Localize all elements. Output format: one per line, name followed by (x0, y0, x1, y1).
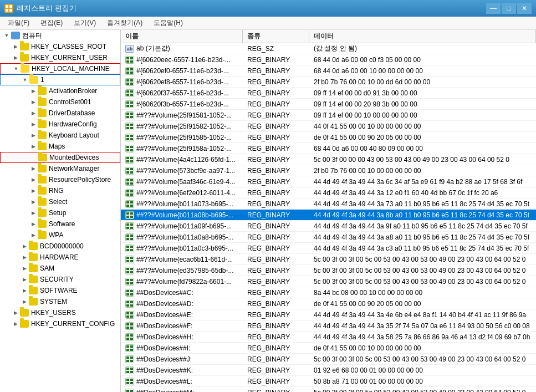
svg-rect-96 (126, 312, 129, 314)
table-row[interactable]: ##DosDevices##H:REG_BINARY44 4d 49 4f 3a… (121, 332, 536, 343)
tree-node-current-user[interactable]: ▶ HKEY_CURRENT_USER (0, 52, 120, 63)
table-row[interactable]: ##??#Volume{5aaf346c-61e9-4...REG_BINARY… (121, 176, 536, 187)
table-row[interactable]: ##DosDevices##I:REG_BINARYde 0f 41 55 00… (121, 343, 536, 354)
svg-rect-8 (126, 68, 129, 70)
table-row[interactable]: ##DosDevices##L:REG_BINARY50 8b a8 71 00… (121, 376, 536, 387)
tree-node-resourcepolicystore[interactable]: ▶ ResourcePolicyStore (0, 174, 120, 185)
table-row[interactable]: ##??#Volume{25f91582-1052-...REG_BINARY4… (121, 121, 536, 132)
tree-label-networkmanager: NetworkManager (49, 165, 99, 172)
table-row[interactable]: abab (기본값)REG_SZ(값 설정 안 됨) (121, 43, 536, 54)
table-row[interactable]: ##??#Volume{b011a09f-b695-...REG_BINARY4… (121, 221, 536, 232)
close-button[interactable]: ✕ (517, 3, 532, 14)
minimize-button[interactable]: — (486, 3, 501, 14)
table-row[interactable]: #{60620f3b-6557-11e6-b23d-...REG_BINARY0… (121, 99, 536, 110)
tree-node-rng[interactable]: ▶ RNG (0, 185, 120, 196)
svg-rect-62 (126, 216, 129, 218)
tree-node-keyboardlayout[interactable]: ▶ Keyboard Layout (0, 130, 120, 141)
svg-rect-103 (130, 327, 133, 329)
table-row[interactable]: ##??#Volume{6ef2e012-6011-4...REG_BINARY… (121, 187, 536, 198)
tree-label-software: Software (49, 220, 75, 228)
expand-icon-networkmanager: ▶ (29, 164, 38, 173)
col-header-name[interactable]: 이름 (121, 30, 243, 43)
col-header-data[interactable]: 데이터 (309, 30, 536, 43)
tree-node-classes-root[interactable]: ▶ HKEY_CLASSES_ROOT (0, 41, 120, 52)
tree-node-software2[interactable]: ▶ SOFTWARE (0, 285, 120, 296)
table-row[interactable]: ##??#Volume{4a4c1126-65fd-1...REG_BINARY… (121, 154, 536, 165)
tree-label-rng: RNG (49, 187, 64, 195)
table-row[interactable]: ##DosDevices##K:REG_BINARY01 92 e6 68 00… (121, 365, 536, 376)
tree-node-networkmanager[interactable]: ▶ NetworkManager (0, 163, 120, 174)
menu-view[interactable]: 보기(V) (68, 17, 101, 29)
tree-node-maps[interactable]: ▶ Maps (0, 141, 120, 152)
table-row[interactable]: ##??#Volume{b011a0c3-b695-...REG_BINARY4… (121, 243, 536, 254)
tree-node-activation-broker[interactable]: ▶ ActivationBroker (0, 85, 120, 96)
svg-rect-28 (126, 124, 129, 126)
tree-node-local-machine[interactable]: ▼ HKEY_LOCAL_MACHINE (0, 63, 120, 74)
tree-node-system[interactable]: ▶ SYSTEM (0, 296, 120, 307)
table-row[interactable]: ##DosDevices##C:REG_BINARY8a 44 bc 08 00… (121, 287, 536, 298)
expand-icon-computer: ▼ (2, 31, 11, 40)
table-row[interactable]: ##??#Volume{25f91585-1052-...REG_BINARYd… (121, 132, 536, 143)
table-row[interactable]: ##??#Volume{fd79822a-6601-...REG_BINARY5… (121, 276, 536, 287)
tree-node-1[interactable]: ▼ 1 (0, 74, 120, 85)
table-row[interactable]: #{60620ef8-6557-11e6-b23d-...REG_BINARY2… (121, 77, 536, 88)
svg-rect-67 (130, 227, 133, 229)
maximize-button[interactable]: □ (502, 3, 516, 14)
table-row[interactable]: ##??#Volume{ed357985-65db-...REG_BINARY5… (121, 265, 536, 276)
tree-node-wpa[interactable]: ▶ WPA (0, 230, 120, 241)
svg-rect-83 (130, 271, 133, 273)
table-row[interactable]: ##??#Volume{25f91581-1052-...REG_BINARY0… (121, 110, 536, 121)
menu-help[interactable]: 도움말(H) (148, 17, 188, 29)
table-row[interactable]: ##DosDevices##F:REG_BINARY44 4d 49 4f 3a… (121, 320, 536, 332)
tree-label-software2: SOFTWARE (40, 287, 78, 294)
tree-node-controlset001[interactable]: ▶ ControlSet001 (0, 96, 120, 108)
menu-edit[interactable]: 편집(E) (35, 17, 68, 29)
tree-label-computer: 컴퓨터 (22, 31, 42, 40)
registry-values-list[interactable]: abab (기본값)REG_SZ(값 설정 안 됨)#{60620eec-655… (121, 43, 536, 392)
table-row[interactable]: ##??#Volume{ecac6b11-661d-...REG_BINARY5… (121, 254, 536, 265)
menu-favorites[interactable]: 즐겨찾기(A) (101, 17, 148, 29)
table-row[interactable]: ##??#Volume{573bcf9e-aa97-1...REG_BINARY… (121, 165, 536, 176)
tree-node-software[interactable]: ▶ Software (0, 218, 120, 230)
tree-label-system: SYSTEM (40, 298, 67, 306)
folder-icon-sam (29, 264, 38, 272)
table-row[interactable]: ##DosDevices##J:REG_BINARY5c 00 3f 00 3f… (121, 354, 536, 365)
table-row[interactable]: ##??#Volume{b011a0a8-b695-...REG_BINARY4… (121, 232, 536, 243)
table-row[interactable]: ##DosDevices##M:REG_BINARY5c 00 3f 00 3f… (121, 387, 536, 392)
table-row[interactable]: #{60620ef0-6557-11e6-b23d-...REG_BINARY6… (121, 65, 536, 77)
folder-icon-activation-broker (38, 87, 47, 95)
tree-node-mounted-devices[interactable]: MountedDevices (0, 152, 120, 163)
svg-rect-98 (126, 315, 129, 318)
tree-node-users[interactable]: ▶ HKEY_USERS (0, 307, 120, 318)
tree-node-select[interactable]: ▶ Select (0, 196, 120, 207)
table-row[interactable]: ##??#Volume{25f9158a-1052-...REG_BINARY6… (121, 143, 536, 154)
col-header-type[interactable]: 종류 (243, 30, 309, 43)
svg-rect-51 (130, 182, 133, 185)
svg-rect-10 (126, 72, 129, 74)
folder-icon-resourcepolicystore (38, 176, 47, 184)
tree-node-security[interactable]: ▶ SECURITY (0, 274, 120, 285)
svg-rect-49 (130, 179, 133, 181)
tree-node-computer[interactable]: ▼ 컴퓨터 (0, 30, 120, 41)
tree-node-bcd[interactable]: ▶ BCD00000000 (0, 241, 120, 252)
folder-icon-hardware (29, 253, 38, 261)
table-row[interactable]: #{60620eec-6557-11e6-b23d-...REG_BINARY6… (121, 54, 536, 65)
table-row[interactable]: #{60620f37-6557-11e6-b23d-...REG_BINARY0… (121, 88, 536, 99)
expand-icon-users: ▶ (11, 308, 20, 317)
table-row[interactable]: ##DosDevices##D:REG_BINARYde 0f 41 55 00… (121, 298, 536, 309)
tree-node-setup[interactable]: ▶ Setup (0, 207, 120, 218)
svg-rect-114 (126, 360, 129, 362)
tree-node-hardware[interactable]: ▶ HARDWARE (0, 252, 120, 263)
svg-rect-69 (130, 235, 133, 237)
svg-rect-116 (126, 368, 129, 370)
table-row[interactable]: ##??#Volume{b011a08b-b695-...REG_BINARY4… (121, 210, 536, 221)
table-row[interactable]: ##??#Volume{b011a073-b695-...REG_BINARY4… (121, 198, 536, 210)
menu-file[interactable]: 파일(F) (2, 17, 35, 29)
expand-icon-select: ▶ (29, 197, 38, 206)
svg-rect-3 (9, 9, 12, 12)
tree-node-sam[interactable]: ▶ SAM (0, 263, 120, 274)
tree-node-driverdatabase[interactable]: ▶ DriverDatabase (0, 108, 120, 119)
tree-node-hardwareconfig[interactable]: ▶ HardwareConfig (0, 119, 120, 130)
tree-node-current-config[interactable]: ▶ HKEY_CURRENT_CONFIG (0, 318, 120, 329)
table-row[interactable]: ##DosDevices##E:REG_BINARY44 4d 49 4f 3a… (121, 309, 536, 320)
